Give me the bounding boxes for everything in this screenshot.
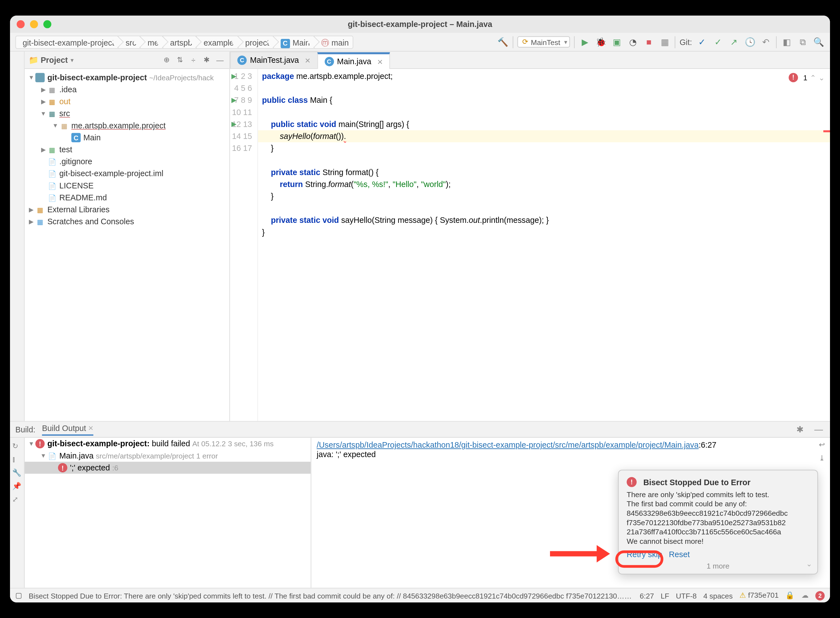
run-config-select[interactable]: ⟳MainTest	[518, 36, 570, 48]
error-stripe[interactable]	[823, 69, 830, 421]
tab-maintest[interactable]: CMainTest.java×	[230, 52, 318, 68]
project-title: Project	[40, 55, 68, 65]
build-icon[interactable]: 🔨	[497, 36, 509, 48]
expand-icon[interactable]: ⤢	[12, 495, 22, 505]
lock-icon[interactable]: 🔒	[785, 591, 795, 600]
indent-info[interactable]: 4 spaces	[703, 591, 733, 599]
editor-area: CMainTest.java× CMain.java× ▶ ▶ ▶ 1 2 3 …	[230, 52, 830, 421]
caret-pos[interactable]: 6:27	[640, 591, 654, 599]
build-toolbar: ↻ ⫿ 🔧 📌 ⤢	[10, 438, 25, 588]
inspection-widget[interactable]: !1 ⌃⌄	[789, 72, 825, 84]
filter-icon[interactable]: ⫿	[12, 455, 22, 465]
run-method-icon[interactable]: ▶	[232, 118, 237, 130]
tree-item-idea[interactable]: ▶▦.idea	[25, 84, 229, 96]
crumb-project[interactable]: git-bisect-example-project	[15, 35, 119, 49]
soft-wrap-icon[interactable]: ↩	[817, 440, 827, 451]
debug-icon[interactable]: 🐞	[595, 36, 607, 48]
profile-icon[interactable]: ◔	[627, 36, 639, 48]
tree-item-test[interactable]: ▶▦test	[25, 144, 229, 156]
git-branch[interactable]: ⚠ f735e701	[739, 591, 779, 600]
titlebar: git-bisect-example-project – Main.java	[10, 16, 830, 33]
crumb-example[interactable]: example	[197, 35, 239, 49]
build-hide-icon[interactable]: —	[813, 423, 825, 435]
separator	[574, 36, 575, 48]
git-commit-icon[interactable]: ✓	[712, 36, 724, 48]
build-row-root[interactable]: ▼! git-bisect-example-project: build fai…	[25, 438, 311, 450]
tree-item-license[interactable]: 📄LICENSE	[25, 180, 229, 192]
structure-icon[interactable]: ◧	[781, 36, 793, 48]
editor-tabs: CMainTest.java× CMain.java×	[230, 52, 830, 69]
close-icon[interactable]: ×	[305, 55, 310, 65]
tree-scratches[interactable]: ▶▦Scratches and Consoles	[25, 215, 229, 227]
tree-item-main[interactable]: CMain	[25, 132, 229, 144]
scroll-from-icon[interactable]: ÷	[188, 55, 199, 65]
select-file-icon[interactable]: ⊕	[162, 55, 172, 65]
stop-icon[interactable]: ■	[643, 36, 655, 48]
crumb-pkg[interactable]: project	[239, 35, 274, 49]
code-content[interactable]: package me.artspb.example.project; publi…	[258, 69, 830, 421]
project-header: 📁 Project ▾ ⊕ ⇅ ÷ ✱ —	[25, 52, 229, 69]
tab-main[interactable]: CMain.java×	[317, 52, 390, 69]
hide-icon[interactable]: —	[215, 55, 225, 65]
git-push-icon[interactable]: ↗	[728, 36, 740, 48]
separator	[675, 36, 675, 48]
close-icon[interactable]: ×	[377, 56, 383, 67]
project-tool-window: 📁 Project ▾ ⊕ ⇅ ÷ ✱ — ▼ git-bisect-examp…	[25, 52, 230, 421]
build-output-tab[interactable]: Build Output ×	[42, 423, 93, 436]
git-history-icon[interactable]: 🕓	[744, 36, 756, 48]
run-gutter-icon[interactable]: ▶	[232, 94, 237, 106]
tree-root[interactable]: ▼ git-bisect-example-project ~/IdeaProje…	[25, 72, 229, 84]
reset-link[interactable]: Reset	[669, 550, 690, 559]
popup-body: There are only 'skip'ped commits left to…	[627, 490, 809, 546]
error-mark[interactable]	[823, 130, 830, 132]
build-settings-icon[interactable]: ✱	[794, 423, 806, 435]
scroll-end-icon[interactable]: ⤓	[817, 454, 827, 464]
retry-skip-link[interactable]: Retry skip	[627, 550, 662, 559]
tree-item-readme[interactable]: 📄README.md	[25, 192, 229, 204]
tool-window-toggle-icon[interactable]: ▢	[15, 591, 22, 600]
chevron-down-icon[interactable]: ⌄	[806, 560, 812, 568]
error-icon: !	[627, 477, 637, 487]
memory-icon[interactable]: ☁	[801, 591, 809, 600]
more-notifications[interactable]: 1 more	[627, 562, 809, 570]
settings-gear-icon[interactable]: ✱	[201, 55, 212, 65]
line-gutter[interactable]: ▶ ▶ ▶ 1 2 3 4 5 6 7 8 9 10 11 12 13 14 1…	[230, 69, 258, 421]
build-tree[interactable]: ▼! git-bisect-example-project: build fai…	[25, 438, 312, 588]
file-encoding[interactable]: UTF-8	[676, 591, 697, 599]
crumb-method[interactable]: ⓜ main	[315, 35, 353, 49]
git-update-icon[interactable]: ✓	[696, 36, 708, 48]
project-tree[interactable]: ▼ git-bisect-example-project ~/IdeaProje…	[25, 69, 229, 421]
code-editor[interactable]: ▶ ▶ ▶ 1 2 3 4 5 6 7 8 9 10 11 12 13 14 1…	[230, 69, 830, 421]
tree-item-src[interactable]: ▼▦src	[25, 107, 229, 119]
git-rollback-icon[interactable]: ↶	[760, 36, 772, 48]
problems-badge[interactable]: 2	[815, 591, 825, 600]
window-title: git-bisect-example-project – Main.java	[10, 19, 830, 29]
status-message[interactable]: Bisect Stopped Due to Error: There are o…	[29, 591, 633, 599]
build-row-error[interactable]: !';' expected :6	[25, 462, 311, 474]
left-tool-stripe[interactable]	[10, 52, 25, 421]
git-label: Git:	[680, 37, 692, 47]
run-icon[interactable]: ▶	[579, 36, 591, 48]
pin-icon[interactable]: 📌	[12, 482, 22, 491]
tree-item-pkg[interactable]: ▼▦me.artspb.example.project	[25, 119, 229, 131]
run-class-icon[interactable]: ▶	[232, 70, 237, 82]
wrench-icon[interactable]: 🔧	[12, 468, 22, 478]
tree-item-out[interactable]: ▶▦out	[25, 96, 229, 107]
tree-item-gitignore[interactable]: 📄.gitignore	[25, 156, 229, 168]
expand-all-icon[interactable]: ⇅	[175, 55, 185, 65]
settings-icon[interactable]: ⧉	[797, 36, 809, 48]
breadcrumb[interactable]: git-bisect-example-project src me artspb…	[15, 35, 353, 49]
tree-item-iml[interactable]: 📄git-bisect-example-project.iml	[25, 168, 229, 180]
error-file-link[interactable]: /Users/artspb/IdeaProjects/hackathon18/g…	[317, 440, 699, 450]
separator	[776, 36, 777, 48]
crumb-class[interactable]: CMain	[274, 35, 315, 49]
rerun-icon[interactable]: ↻	[12, 442, 22, 451]
search-icon[interactable]: 🔍	[813, 36, 825, 48]
tree-ext-libs[interactable]: ▶▦External Libraries	[25, 204, 229, 215]
line-sep[interactable]: LF	[660, 591, 669, 599]
popup-title: ! Bisect Stopped Due to Error	[627, 477, 809, 487]
coverage-icon[interactable]: ▣	[611, 36, 623, 48]
build-label: Build:	[15, 425, 35, 434]
layout-icon[interactable]: ▦	[659, 36, 671, 48]
build-row-file[interactable]: ▼📄 Main.java src/me/artspb/example/proje…	[25, 450, 311, 462]
